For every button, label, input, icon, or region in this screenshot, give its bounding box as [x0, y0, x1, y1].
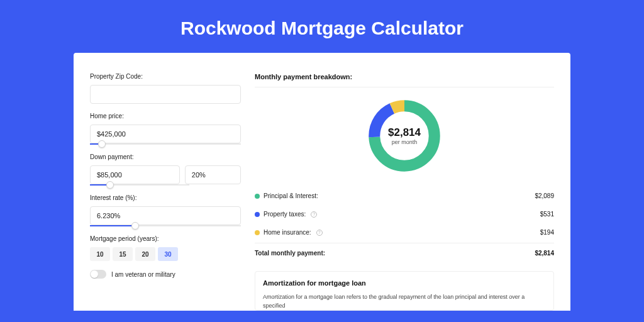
veteran-row: I am veteran or military	[90, 270, 241, 279]
zip-label: Property Zip Code:	[90, 73, 241, 80]
veteran-label: I am veteran or military	[111, 271, 175, 278]
donut-sub: per month	[392, 139, 418, 145]
interest-field: Interest rate (%):	[90, 194, 241, 226]
dot-icon	[255, 194, 260, 199]
page-title: Rockwood Mortgage Calculator	[0, 0, 644, 53]
legend-insurance: Home insurance: ? $194	[255, 223, 554, 242]
down-payment-pct-input[interactable]	[185, 165, 241, 184]
home-price-label: Home price:	[90, 113, 241, 119]
veteran-toggle[interactable]	[90, 270, 106, 279]
legend-taxes-value: $531	[540, 211, 554, 218]
legend-total-label: Total monthly payment:	[255, 250, 325, 257]
calculator-card: Property Zip Code: Home price: Down paym…	[74, 53, 570, 311]
amortization-text: Amortization for a mortgage loan refers …	[263, 293, 546, 310]
home-price-field: Home price:	[90, 113, 241, 145]
interest-label: Interest rate (%):	[90, 194, 241, 201]
period-buttons: 10 15 20 30	[90, 247, 241, 261]
period-label: Mortgage period (years):	[90, 235, 241, 242]
legend-principal-value: $2,089	[535, 192, 554, 199]
interest-slider[interactable]	[90, 225, 241, 226]
amortization-card: Amortization for mortgage loan Amortizat…	[255, 271, 554, 311]
interest-input[interactable]	[90, 206, 241, 225]
dot-icon	[255, 230, 260, 235]
info-icon[interactable]: ?	[316, 230, 323, 236]
donut-amount: $2,814	[388, 126, 421, 139]
legend-insurance-value: $194	[540, 229, 554, 236]
period-btn-15[interactable]: 15	[113, 247, 133, 261]
period-btn-30[interactable]: 30	[158, 247, 178, 261]
down-payment-input[interactable]	[90, 165, 180, 184]
zip-input[interactable]	[90, 85, 241, 104]
legend-taxes-label: Property taxes:	[264, 211, 306, 218]
home-price-slider[interactable]	[90, 143, 241, 145]
legend-total: Total monthly payment: $2,814	[255, 243, 554, 262]
donut-chart: $2,814 per month	[255, 96, 554, 175]
down-payment-field: Down payment:	[90, 153, 241, 186]
info-icon[interactable]: ?	[311, 211, 317, 218]
slider-thumb-icon[interactable]	[106, 181, 114, 189]
legend-insurance-label: Home insurance:	[264, 229, 311, 236]
home-price-input[interactable]	[90, 125, 241, 143]
down-payment-label: Down payment:	[90, 153, 241, 160]
slider-thumb-icon[interactable]	[131, 222, 139, 230]
amortization-title: Amortization for mortgage loan	[263, 279, 546, 287]
period-btn-10[interactable]: 10	[90, 247, 110, 261]
legend-principal: Principal & Interest: $2,089	[255, 187, 554, 205]
legend-taxes: Property taxes: ? $531	[255, 205, 554, 223]
slider-thumb-icon[interactable]	[98, 140, 106, 148]
dot-icon	[255, 212, 260, 217]
breakdown-title: Monthly payment breakdown:	[255, 73, 554, 87]
down-payment-slider[interactable]	[90, 184, 189, 186]
period-field: Mortgage period (years): 10 15 20 30	[90, 235, 241, 261]
zip-field: Property Zip Code:	[90, 73, 241, 104]
period-btn-20[interactable]: 20	[135, 247, 155, 261]
legend-principal-label: Principal & Interest:	[264, 192, 318, 199]
form-panel: Property Zip Code: Home price: Down paym…	[90, 73, 241, 311]
breakdown-panel: Monthly payment breakdown: $2,814 per mo…	[255, 73, 554, 311]
legend-total-value: $2,814	[535, 250, 554, 257]
